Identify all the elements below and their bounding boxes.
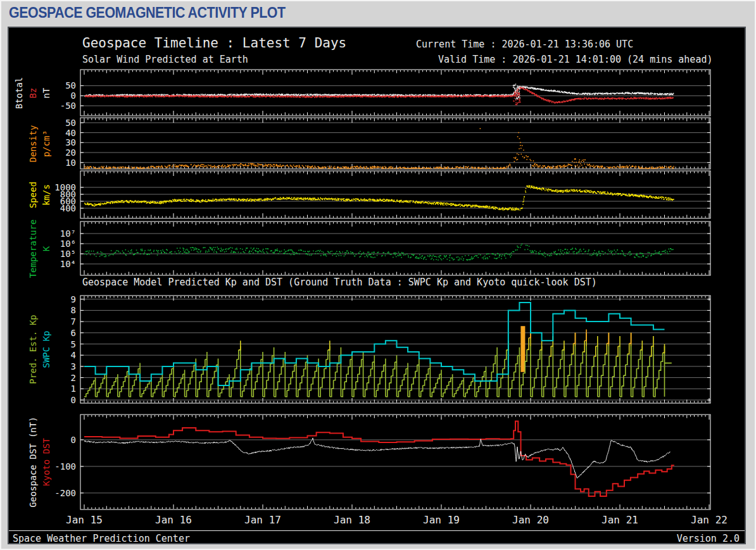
x-axis-label: Jan 17: [244, 514, 281, 526]
axis-label-p-cm-: p/cm³: [41, 130, 51, 157]
axis-label-geospace-dst-nt-: Geospace DST (nT): [28, 416, 38, 507]
ytick-label: 2: [71, 373, 76, 383]
page-title: GEOSPACE GEOMAGNETIC ACTIVITY PLOT: [9, 4, 286, 22]
ytick-label: 9: [71, 294, 76, 304]
footer-left: Space Weather Prediction Center: [13, 533, 190, 544]
ytick-label: 0: [71, 435, 76, 445]
ytick-label: 10⁵: [60, 249, 76, 259]
x-axis-label: Jan 22: [691, 514, 728, 526]
axis-label-kyoto-dst: Kyoto DST: [41, 438, 51, 486]
axis-label-speed: Speed: [28, 182, 38, 208]
axis-label-k: K: [41, 246, 51, 251]
ytick-label: 5: [71, 339, 76, 349]
screen: GEOSPACE GEOMAGNETIC ACTIVITY PLOT 500-5…: [0, 0, 756, 550]
ytick-label: 40: [65, 128, 76, 138]
series-kyoto_dst: [84, 422, 674, 497]
axis-label-km-s: km/s: [41, 184, 51, 206]
panel-temperature: 10⁷10⁶10⁵10⁴TemperatureK: [28, 220, 710, 278]
ytick-label: 6: [71, 328, 76, 338]
ytick-label: 50: [65, 80, 76, 91]
axis-label-pred-est-kp: Pred. Est. Kp: [28, 315, 38, 384]
plot-subtitle: Solar Wind Predicted at Earth: [82, 54, 248, 65]
series-pred_est_kp-yellow: [239, 333, 665, 356]
footer-divider: [9, 530, 745, 531]
panel-imf: 500-50BtotalBznT: [14, 70, 710, 116]
ytick-label: 10: [65, 158, 76, 168]
axis-label-density: Density: [28, 125, 38, 162]
axis-label-bz: Bz: [28, 88, 38, 99]
panel-density: 5040302010Densityp/cm³: [28, 118, 710, 169]
kp-filled-bar: [520, 326, 525, 372]
series-speed: [84, 185, 674, 210]
axis-label-nt: nT: [41, 87, 51, 98]
x-axis-label: Jan 15: [66, 514, 103, 526]
panel-dst: 0-100-200Geospace DST (nT)Kyoto DST: [28, 415, 710, 509]
series-btotal: [84, 87, 674, 96]
series-geospace_dst: [84, 438, 671, 478]
valid-time: Valid Time : 2026-01-21 14:01:00 (24 min…: [438, 54, 712, 65]
ytick-label: 10⁶: [60, 239, 76, 249]
current-time: Current Time : 2026-01-21 13:36:06 UTC: [416, 39, 633, 50]
ytick-label: 1: [71, 384, 76, 394]
ytick-label: 30: [65, 137, 76, 147]
kp-dst-section-title: Geospace Model Predicted Kp and DST (Gro…: [82, 277, 597, 288]
panel-speed: 1000800600400Speedkm/s: [28, 171, 710, 218]
ytick-label: 400: [60, 203, 76, 213]
ytick-label: 3: [71, 361, 76, 372]
x-axis-label: Jan 18: [334, 514, 370, 526]
ytick-label: 0: [71, 395, 76, 405]
ytick-label: 10⁴: [60, 259, 76, 269]
ytick-label: -200: [54, 488, 76, 498]
x-axis-label: Jan 21: [602, 514, 638, 526]
series-temperature: [84, 244, 674, 261]
x-axis-label: Jan 19: [423, 514, 460, 526]
axis-label-swpc-kp: SWPC Kp: [41, 330, 51, 368]
x-axis-label: Jan 20: [512, 514, 549, 526]
axis-label-btotal: Btotal: [14, 77, 24, 109]
panel-kp: 9876543210Pred. Est. KpSWPC Kp: [28, 294, 710, 405]
plot-title: Geospace Timeline : Latest 7 Days: [82, 35, 346, 51]
ytick-label: 0: [71, 91, 76, 101]
ytick-label: 4: [71, 350, 76, 360]
plot-container: 500-50BtotalBznT5040302010Densityp/cm³10…: [8, 27, 746, 544]
ytick-label: -50: [60, 101, 76, 111]
ytick-label: 20: [65, 147, 76, 158]
ytick-label: -100: [54, 461, 76, 472]
ytick-label: 8: [71, 305, 76, 315]
x-axis-label: Jan 16: [155, 514, 192, 526]
ytick-label: 10⁷: [60, 228, 76, 239]
axis-label-temperature: Temperature: [28, 220, 38, 278]
footer-right: Version 2.0: [677, 533, 740, 544]
ytick-label: 7: [71, 316, 76, 327]
ytick-label: 50: [65, 118, 76, 128]
